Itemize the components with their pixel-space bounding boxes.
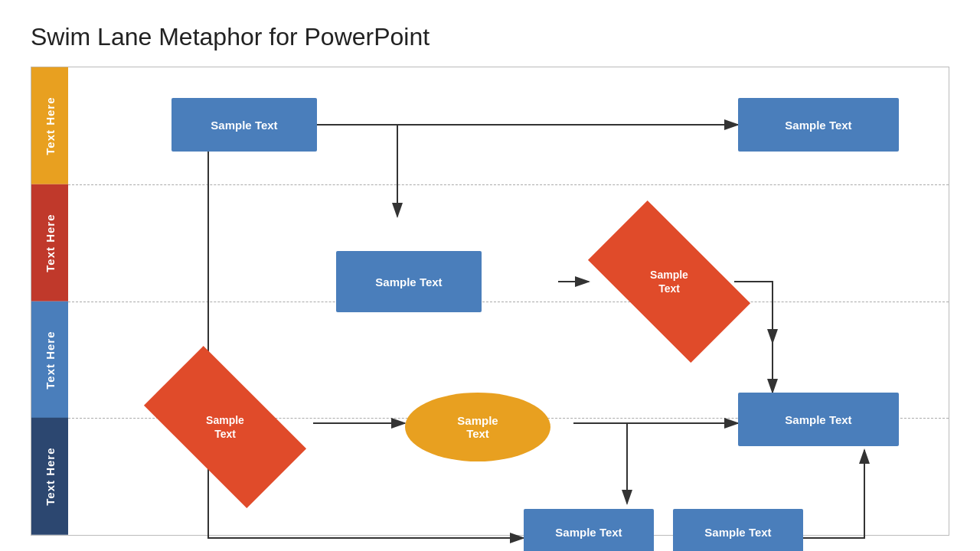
lane-label-4: Text Here bbox=[31, 418, 68, 535]
shape-r4: Sample Text bbox=[738, 393, 899, 446]
lane-divider-1 bbox=[68, 184, 949, 185]
lane-divider-2 bbox=[68, 302, 949, 302]
shape-r2: Sample Text bbox=[738, 98, 899, 152]
lane-label-2: Text Here bbox=[31, 184, 68, 302]
diagram-wrapper: Text Here Text Here Text Here Text Here bbox=[31, 67, 949, 536]
shape-r6: Sample Text bbox=[673, 509, 803, 551]
shape-r3: Sample Text bbox=[336, 251, 482, 312]
shape-d1: Sample Text bbox=[596, 240, 742, 324]
lane-label-3: Text Here bbox=[31, 302, 68, 419]
lanes-column: Text Here Text Here Text Here Text Here bbox=[31, 67, 68, 535]
shape-d2: Sample Text bbox=[152, 385, 298, 469]
shape-r1: Sample Text bbox=[172, 98, 317, 152]
shape-r5: Sample Text bbox=[524, 509, 654, 551]
shape-e1: Sample Text bbox=[405, 393, 550, 461]
page-title: Swim Lane Metaphor for PowerPoint bbox=[31, 23, 949, 51]
page: Swim Lane Metaphor for PowerPoint Text H… bbox=[0, 0, 980, 551]
lane-label-1: Text Here bbox=[31, 67, 68, 184]
diagram-area: Sample Text Sample Text Sample Text Samp… bbox=[68, 67, 949, 535]
